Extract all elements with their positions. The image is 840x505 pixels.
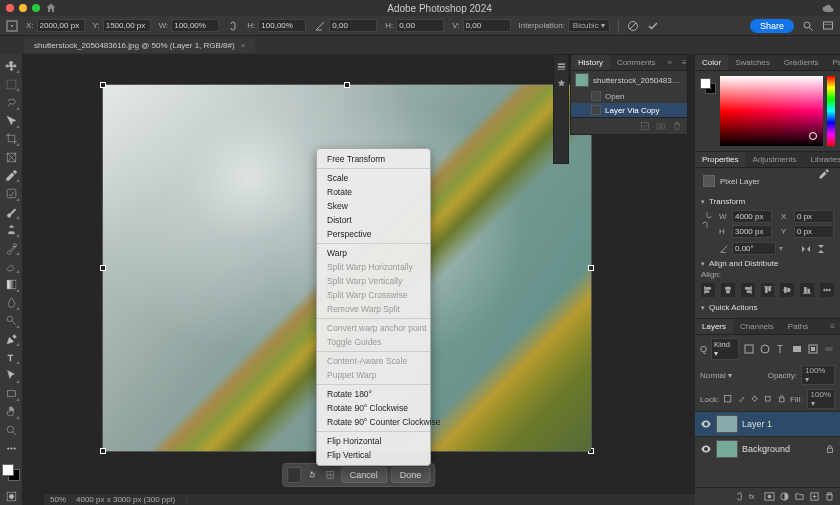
x-input[interactable]: [37, 19, 85, 32]
history-delete-icon[interactable]: [672, 121, 682, 131]
new-layer-icon[interactable]: [809, 491, 820, 502]
minimize-window[interactable]: [19, 4, 27, 12]
type-tool[interactable]: T: [2, 349, 20, 365]
home-icon[interactable]: [45, 2, 57, 14]
section-transform[interactable]: Transform: [701, 197, 834, 206]
move-tool[interactable]: [2, 58, 20, 74]
link-wh-properties-icon[interactable]: [701, 208, 713, 232]
layer-row-layer1[interactable]: Layer 1: [695, 411, 840, 436]
adjustment-layer-icon[interactable]: [779, 491, 790, 502]
blend-mode-select[interactable]: Normal ▾: [700, 371, 764, 380]
transform-handle-se[interactable]: [588, 448, 594, 454]
crop-tool[interactable]: [2, 131, 20, 147]
rectangle-tool[interactable]: [2, 386, 20, 402]
done-button[interactable]: Done: [391, 467, 431, 483]
layer-row-background[interactable]: Background: [695, 436, 840, 461]
h-input[interactable]: [258, 19, 306, 32]
prop-h-input[interactable]: [732, 225, 772, 238]
tab-properties[interactable]: Properties: [695, 152, 745, 167]
menu-distort[interactable]: Distort: [317, 213, 430, 227]
menu-warp[interactable]: Warp: [317, 246, 430, 260]
tab-comments[interactable]: Comments: [610, 55, 663, 70]
close-window[interactable]: [6, 4, 14, 12]
tab-paths[interactable]: Paths: [781, 319, 815, 334]
flip-h-prop-icon[interactable]: [800, 243, 812, 255]
zoom-tool[interactable]: [2, 422, 20, 438]
foreground-background-swatches[interactable]: [2, 464, 20, 480]
share-button[interactable]: Share: [750, 19, 794, 33]
gradient-tool[interactable]: [2, 276, 20, 292]
frame-tool[interactable]: [2, 149, 20, 165]
filter-type-icon[interactable]: T: [775, 343, 787, 355]
transform-handle-n[interactable]: [344, 82, 350, 88]
filter-adjust-icon[interactable]: [759, 343, 771, 355]
lasso-tool[interactable]: [2, 94, 20, 110]
history-source[interactable]: shutterstock_2050483616.jpg: [571, 71, 687, 89]
align-more-icon[interactable]: [820, 283, 834, 297]
ratio-toggle[interactable]: [287, 467, 301, 483]
group-layers-icon[interactable]: [794, 491, 805, 502]
healing-brush-tool[interactable]: [2, 185, 20, 201]
interp-select[interactable]: Bicubic ▾: [568, 19, 610, 32]
color-eyedropper-icon[interactable]: [818, 168, 830, 180]
lock-artboard-icon[interactable]: [763, 394, 772, 403]
layer-fx-icon[interactable]: fx: [749, 491, 760, 502]
search-icon[interactable]: [802, 20, 814, 32]
status-menu-chevron[interactable]: 〉: [185, 495, 192, 505]
align-right-icon[interactable]: [741, 283, 755, 297]
collapsed-panel-icon-b[interactable]: [556, 78, 567, 89]
menu-scale[interactable]: Scale: [317, 171, 430, 185]
lock-position-icon[interactable]: [750, 394, 759, 403]
menu-perspective[interactable]: Perspective: [317, 227, 430, 241]
opacity-input[interactable]: 100% ▾: [801, 365, 835, 385]
cloud-sync-icon[interactable]: [822, 2, 834, 14]
menu-rotate-90-cw[interactable]: Rotate 90° Clockwise: [317, 401, 430, 415]
cancel-transform-icon[interactable]: [627, 20, 639, 32]
prop-w-input[interactable]: [732, 210, 772, 223]
filter-toggle-icon[interactable]: [823, 343, 835, 355]
document-tab[interactable]: shutterstock_2050483616.jpg @ 50% (Layer…: [24, 38, 255, 53]
history-new-snapshot-icon[interactable]: [656, 121, 666, 131]
tab-history[interactable]: History: [571, 55, 610, 70]
transform-handle-e[interactable]: [588, 265, 594, 271]
prop-x-input[interactable]: [794, 210, 834, 223]
path-select-tool[interactable]: [2, 367, 20, 383]
close-tab-icon[interactable]: ×: [241, 41, 246, 50]
dodge-tool[interactable]: [2, 313, 20, 329]
quick-select-tool[interactable]: [2, 113, 20, 129]
menu-rotate-180[interactable]: Rotate 180°: [317, 387, 430, 401]
tab-gradients[interactable]: Gradients: [777, 55, 826, 70]
eyedropper-tool[interactable]: [2, 167, 20, 183]
filter-shape-icon[interactable]: [791, 343, 803, 355]
menu-rotate-90-ccw[interactable]: Rotate 90° Counter Clockwise: [317, 415, 430, 429]
transform-handle-nw[interactable]: [100, 82, 106, 88]
hand-tool[interactable]: [2, 404, 20, 420]
link-wh-icon[interactable]: [227, 20, 239, 32]
hskew-input[interactable]: [396, 19, 444, 32]
color-fg-bg-swatch[interactable]: [700, 78, 716, 94]
pen-tool[interactable]: [2, 331, 20, 347]
quickmask-toggle[interactable]: [2, 489, 20, 505]
fill-input[interactable]: 100% ▾: [807, 389, 835, 409]
prop-y-input[interactable]: [794, 225, 834, 238]
history-step-layer-via-copy[interactable]: Layer Via Copy: [571, 103, 687, 117]
align-bottom-icon[interactable]: [800, 283, 814, 297]
lock-all-icon[interactable]: [777, 394, 786, 403]
delete-layer-icon[interactable]: [824, 491, 835, 502]
section-align[interactable]: Align and Distribute: [701, 259, 834, 268]
warp-grid-icon[interactable]: [323, 468, 337, 482]
layers-menu-icon[interactable]: ≡: [825, 319, 840, 334]
vskew-input[interactable]: [463, 19, 511, 32]
filter-smart-icon[interactable]: [807, 343, 819, 355]
menu-rotate[interactable]: Rotate: [317, 185, 430, 199]
marquee-tool[interactable]: [2, 76, 20, 92]
tab-swatches[interactable]: Swatches: [728, 55, 777, 70]
link-layers-icon[interactable]: [734, 491, 745, 502]
history-step-open[interactable]: Open: [571, 89, 687, 103]
menu-flip-vertical[interactable]: Flip Vertical: [317, 448, 430, 462]
collapsed-panel-icon-a[interactable]: [556, 61, 567, 72]
zoom-window[interactable]: [32, 4, 40, 12]
tab-adjustments[interactable]: Adjustments: [745, 152, 803, 167]
align-vcenter-icon[interactable]: [780, 283, 794, 297]
history-brush-tool[interactable]: [2, 240, 20, 256]
